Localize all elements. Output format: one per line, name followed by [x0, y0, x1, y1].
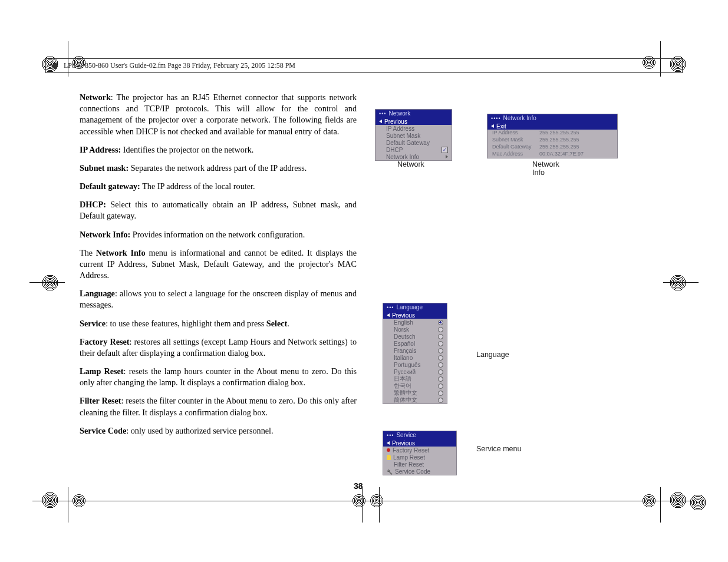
document-icon	[51, 62, 59, 70]
osd-item-lamp-reset[interactable]: Lamp Reset	[383, 454, 456, 461]
arrow-left-icon	[387, 313, 390, 317]
osd-network-info: Network Info Exit IP Address255.255.255.…	[487, 114, 618, 158]
crop-line	[379, 487, 380, 523]
arrow-left-icon	[491, 124, 494, 128]
crop-line	[660, 487, 661, 523]
crop-line	[663, 282, 699, 283]
radio-icon[interactable]	[438, 327, 443, 332]
osd-lang-item[interactable]: Italiano	[383, 354, 447, 361]
radio-icon[interactable]	[438, 334, 443, 339]
osd-item-previous[interactable]: Previous	[383, 439, 456, 447]
radio-icon[interactable]	[438, 391, 443, 396]
osd-info-row: Default Gateway255.255.255.255	[487, 144, 617, 151]
osd-title: Language	[383, 303, 447, 312]
osd-info-row: IP Address255.255.255.255	[487, 130, 617, 137]
radio-icon[interactable]	[438, 348, 443, 353]
bulb-icon	[387, 455, 391, 460]
crop-line	[29, 282, 65, 283]
wrench-icon	[387, 468, 393, 475]
crop-mark-icon	[42, 492, 58, 508]
caption-network-info: Network Info	[532, 160, 568, 177]
body-text: Network: The projector has an RJ45 Ether…	[80, 92, 357, 444]
osd-item-exit[interactable]: Exit	[487, 123, 617, 130]
radio-icon[interactable]	[438, 320, 443, 325]
dots-icon	[387, 304, 394, 310]
osd-item-subnet[interactable]: Subnet Mask	[375, 132, 452, 139]
osd-info-row: Mac Address00:0A:32:4F:7E:97	[487, 151, 617, 158]
crop-line	[32, 501, 704, 501]
page-header: LP840-850-860 User's Guide-02.fm Page 38…	[45, 58, 683, 73]
osd-item-netinfo[interactable]: Network Info	[375, 153, 452, 160]
osd-language: Language Previous English Norsk Deutsch …	[383, 303, 447, 404]
osd-lang-item[interactable]: Español	[383, 340, 447, 347]
radio-icon[interactable]	[438, 384, 443, 389]
arrow-left-icon	[387, 441, 390, 445]
dot-icon	[387, 448, 390, 452]
checkbox-icon[interactable]: ✓	[442, 147, 448, 153]
osd-title: Network	[375, 110, 452, 118]
dots-icon	[491, 115, 501, 121]
osd-lang-item[interactable]: English	[383, 319, 447, 326]
osd-title: Network Info	[487, 114, 617, 123]
crop-mark-icon	[690, 494, 706, 511]
caption-network: Network	[397, 160, 424, 168]
dots-icon	[387, 432, 394, 438]
page-number: 38	[354, 481, 363, 491]
arrow-right-icon	[446, 155, 448, 158]
dots-icon	[379, 110, 386, 117]
caption-language: Language	[476, 351, 509, 359]
radio-icon[interactable]	[438, 355, 443, 361]
crop-line	[362, 487, 363, 523]
osd-item-service-code[interactable]: Service Code	[383, 468, 456, 475]
osd-lang-item[interactable]: Русский	[383, 368, 447, 375]
radio-icon[interactable]	[438, 398, 443, 403]
header-text: LP840-850-860 User's Guide-02.fm Page 38…	[64, 61, 295, 70]
osd-item-gateway[interactable]: Default Gateway	[375, 139, 452, 146]
arrow-left-icon	[379, 120, 382, 123]
osd-item-previous[interactable]: Previous	[383, 312, 447, 319]
osd-info-row: Subnet Mask255.255.255.255	[487, 137, 617, 144]
crop-mark-icon	[670, 492, 686, 508]
osd-title: Service	[383, 431, 456, 439]
crop-mark-icon	[670, 275, 686, 291]
osd-item-dhcp[interactable]: DHCP✓	[375, 146, 452, 153]
osd-lang-item[interactable]: Português	[383, 361, 447, 368]
osd-item-filter-reset[interactable]: Filter Reset	[383, 461, 456, 468]
crop-mark-icon	[42, 275, 58, 291]
caption-service: Service menu	[476, 445, 521, 453]
osd-lang-item[interactable]: Deutsch	[383, 333, 447, 340]
radio-icon[interactable]	[438, 376, 443, 382]
radio-icon[interactable]	[438, 369, 443, 375]
crop-line	[68, 487, 68, 523]
osd-item-previous[interactable]: Previous	[375, 118, 452, 125]
osd-lang-item[interactable]: 日本語	[383, 375, 447, 382]
radio-icon[interactable]	[438, 341, 443, 346]
radio-icon[interactable]	[438, 362, 443, 368]
osd-lang-item[interactable]: 简体中文	[383, 396, 447, 404]
osd-item-ip[interactable]: IP Address	[375, 125, 452, 132]
osd-lang-item[interactable]: Français	[383, 347, 447, 354]
osd-network: Network Previous IP Address Subnet Mask …	[375, 109, 452, 161]
osd-lang-item[interactable]: Norsk	[383, 326, 447, 333]
osd-service: Service Previous Factory Reset Lamp Rese…	[383, 431, 457, 475]
osd-item-factory-reset[interactable]: Factory Reset	[383, 447, 456, 454]
